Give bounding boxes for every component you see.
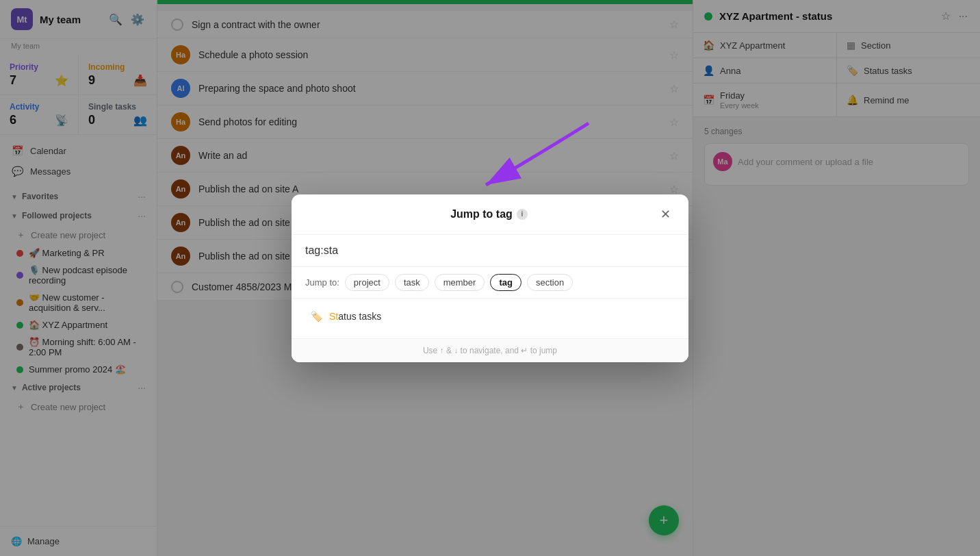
result-rest: atus tasks — [338, 311, 381, 322]
chip-task[interactable]: task — [395, 274, 429, 291]
chip-tag[interactable]: tag — [490, 274, 521, 291]
info-icon: i — [517, 209, 528, 220]
arrow-annotation — [465, 116, 602, 201]
search-input[interactable] — [305, 244, 675, 257]
modal-results: 🏷️ Status tasks — [292, 299, 688, 338]
modal-close-button[interactable]: ✕ — [656, 205, 675, 223]
result-text: Status tasks — [329, 311, 381, 322]
chip-project[interactable]: project — [345, 274, 389, 291]
modal-jumpto-row: Jump to: project task member tag section — [292, 267, 688, 299]
modal-title: Jump to tag i — [450, 208, 528, 220]
result-highlight: St — [329, 311, 338, 322]
result-item[interactable]: 🏷️ Status tasks — [305, 304, 675, 329]
jumpto-label: Jump to: — [305, 277, 339, 288]
result-tag-icon: 🏷️ — [311, 311, 322, 322]
jump-to-tag-modal: Jump to tag i ✕ Jump to: project task me… — [292, 194, 688, 362]
modal-search-area — [292, 235, 688, 267]
modal-header: Jump to tag i ✕ — [292, 194, 688, 235]
modal-footer: Use ↑ & ↓ to navigate, and ↵ to jump — [292, 338, 688, 362]
chip-section[interactable]: section — [527, 274, 573, 291]
chip-member[interactable]: member — [435, 274, 485, 291]
modal-footer-text: Use ↑ & ↓ to navigate, and ↵ to jump — [305, 346, 675, 355]
modal-overlay[interactable]: Jump to tag i ✕ Jump to: project task me… — [0, 0, 980, 556]
